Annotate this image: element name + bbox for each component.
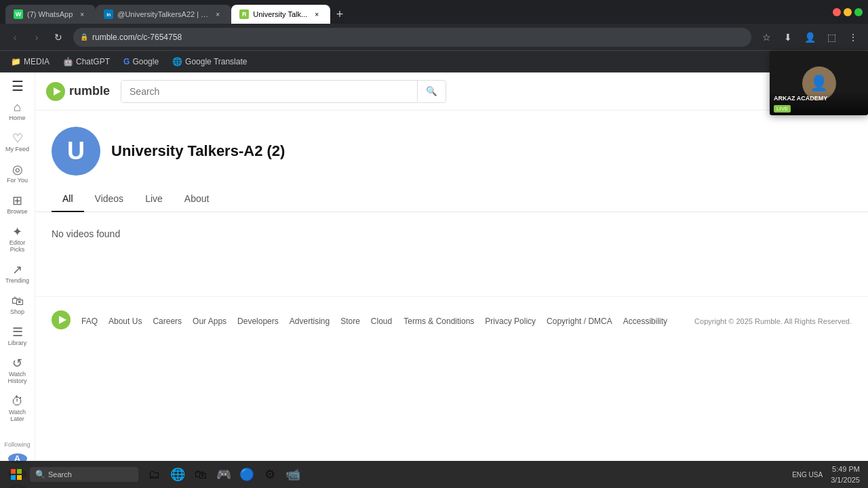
tab-live[interactable]: Live	[134, 186, 174, 212]
shop-icon: 🛍	[12, 295, 24, 307]
download-button[interactable]: ⬇	[778, 28, 797, 47]
taskbar-datetime: 5:49 PM 3/1/2025	[828, 464, 863, 485]
tab-about[interactable]: About	[174, 186, 220, 212]
sidebar-item-library[interactable]: ☰ Library	[3, 322, 33, 350]
tab-linkedin[interactable]: in @UniversityTalkersA22 | Lin... ×	[96, 5, 231, 24]
search-icon: 🔍	[426, 86, 437, 96]
sidebar-item-browse[interactable]: ⊞ Browse	[3, 190, 33, 219]
star-bookmark-button[interactable]: ☆	[757, 28, 776, 47]
top-navbar: rumble 🔍 ✦ C	[35, 73, 868, 110]
sidebar-item-editor-picks[interactable]: ✦ Editor Picks	[3, 222, 33, 257]
footer-link-faq[interactable]: FAQ	[81, 317, 98, 326]
footer-link-privacy[interactable]: Privacy Policy	[485, 317, 536, 326]
footer-link-careers[interactable]: Careers	[153, 317, 182, 326]
taskbar-app-chrome[interactable]: 🔵	[236, 464, 258, 485]
floating-player[interactable]: 👤 ARKAZ ACADEMY LIVE	[770, 51, 868, 115]
following-section-label: Following	[1, 441, 33, 448]
forward-button[interactable]: ›	[27, 28, 46, 47]
back-button[interactable]: ‹	[5, 28, 24, 47]
footer-link-about-us[interactable]: About Us	[108, 317, 142, 326]
tab-rumble[interactable]: R University Talk... ×	[231, 5, 330, 24]
watch-history-icon: ↺	[12, 357, 22, 369]
footer-link-our-apps[interactable]: Our Apps	[193, 317, 226, 326]
sidebar-item-trending[interactable]: ↗ Trending	[3, 260, 33, 288]
footer-links: FAQ About Us Careers Our Apps Developers…	[81, 317, 392, 326]
new-tab-button[interactable]: +	[330, 5, 349, 24]
footer-link-advertising[interactable]: Advertising	[290, 317, 330, 326]
tab-rumble-title: University Talk...	[253, 10, 307, 18]
window-close[interactable]	[833, 8, 841, 16]
address-bar[interactable]: 🔒 rumble.com/c/c-7654758	[73, 28, 751, 47]
window-minimize[interactable]	[844, 8, 852, 16]
content-area: No videos found	[35, 212, 868, 256]
my-feed-icon: ♡	[12, 132, 23, 144]
library-icon: ☰	[12, 326, 23, 338]
windows-logo-icon	[11, 469, 22, 480]
channel-tabs: All Videos Live About	[35, 186, 868, 212]
footer-link-store[interactable]: Store	[340, 317, 360, 326]
bookmark-media-icon: 📁	[11, 57, 21, 66]
sidebar-item-watch-history[interactable]: ↺ Watch History	[3, 353, 33, 388]
footer-link-terms[interactable]: Terms & Conditions	[403, 317, 474, 326]
search-button[interactable]: 🔍	[417, 81, 446, 102]
reload-button[interactable]: ↻	[49, 28, 68, 47]
sidebar-item-my-feed[interactable]: ♡ My Feed	[3, 128, 33, 157]
trending-icon: ↗	[12, 264, 22, 276]
main-content: rumble 🔍 ✦ C U University Talkers-A2 (2)…	[35, 73, 868, 488]
taskbar-app-steam[interactable]: 🎮	[213, 464, 235, 485]
svg-rect-5	[17, 469, 22, 474]
tab-whatsapp-close[interactable]: ×	[77, 9, 87, 20]
taskbar-app-edge[interactable]: 🌐	[167, 464, 189, 485]
floating-player-live-badge: LIVE	[774, 105, 791, 113]
taskbar: 🔍 Search 🗂 🌐 🛍 🎮 🔵 ⚙ 📹 ENG USA 5:49 PM 3…	[0, 461, 868, 488]
floating-player-title: ARKAZ ACADEMY	[774, 95, 864, 102]
taskbar-app-explorer[interactable]: 🗂	[144, 464, 165, 485]
sidebar-editor-picks-label: Editor Picks	[5, 239, 30, 253]
footer-link-copyright[interactable]: Copyright / DMCA	[547, 317, 612, 326]
taskbar-app-store[interactable]: 🛍	[190, 464, 212, 485]
window-maximize[interactable]	[854, 8, 863, 16]
sidebar-item-shop[interactable]: 🛍 Shop	[3, 291, 33, 319]
bookmark-media[interactable]: 📁 MEDIA	[5, 56, 55, 68]
footer-link-accessibility[interactable]: Accessibility	[623, 317, 667, 326]
browse-icon: ⊞	[12, 195, 22, 207]
taskbar-app-zoom[interactable]: 📹	[282, 464, 304, 485]
sidebar-browse-label: Browse	[7, 208, 27, 215]
taskbar-search-icon: 🔍	[35, 470, 45, 479]
bookmark-translate[interactable]: 🌐 Google Translate	[167, 56, 252, 68]
profile-button[interactable]: 👤	[800, 28, 819, 47]
taskbar-app-settings[interactable]: ⚙	[259, 464, 281, 485]
search-input[interactable]	[121, 81, 417, 102]
editor-picks-icon: ✦	[12, 226, 22, 238]
tab-linkedin-close[interactable]: ×	[212, 9, 223, 20]
bookmarks-bar: 📁 MEDIA 🤖 ChatGPT G Google 🌐 Google Tran…	[0, 51, 868, 73]
no-videos-message: No videos found	[52, 228, 852, 239]
bookmark-google[interactable]: G Google	[118, 56, 164, 68]
sidebar-my-feed-label: My Feed	[5, 146, 29, 152]
footer-link-developers[interactable]: Developers	[237, 317, 279, 326]
taskbar-start-button[interactable]	[5, 464, 27, 485]
sidebar-item-watch-later[interactable]: ⏱ Watch Later	[3, 391, 33, 426]
tab-videos[interactable]: Videos	[84, 186, 135, 212]
sidebar-item-for-you[interactable]: ◎ For You	[3, 159, 33, 188]
bookmark-google-label: Google	[132, 57, 159, 66]
browser-tabs: W (7) WhatsApp × in @UniversityTalkersA2…	[5, 0, 825, 24]
sidebar-watch-history-label: Watch History	[5, 371, 30, 384]
bookmark-chatgpt-label: ChatGPT	[76, 57, 110, 66]
rumble-logo[interactable]: rumble	[46, 82, 110, 101]
taskbar-search[interactable]: 🔍 Search	[30, 467, 138, 482]
bookmark-chatgpt[interactable]: 🤖 ChatGPT	[58, 56, 115, 68]
extensions-button[interactable]: ⬚	[822, 28, 841, 47]
svg-rect-4	[11, 469, 16, 474]
footer-link-cloud[interactable]: Cloud	[371, 317, 392, 326]
channel-avatar: U	[52, 127, 100, 176]
search-container: 🔍	[121, 80, 446, 103]
tab-rumble-close[interactable]: ×	[311, 9, 322, 20]
app-layout: ☰ ⌂ Home ♡ My Feed ◎ For You ⊞ Browse ✦ …	[0, 73, 868, 488]
tab-all[interactable]: All	[52, 186, 84, 212]
sidebar-item-home[interactable]: ⌂ Home	[3, 97, 33, 125]
hamburger-menu[interactable]: ☰	[3, 78, 33, 94]
whatsapp-favicon: W	[14, 9, 23, 19]
tab-whatsapp[interactable]: W (7) WhatsApp ×	[5, 5, 96, 24]
menu-button[interactable]: ⋮	[844, 28, 863, 47]
